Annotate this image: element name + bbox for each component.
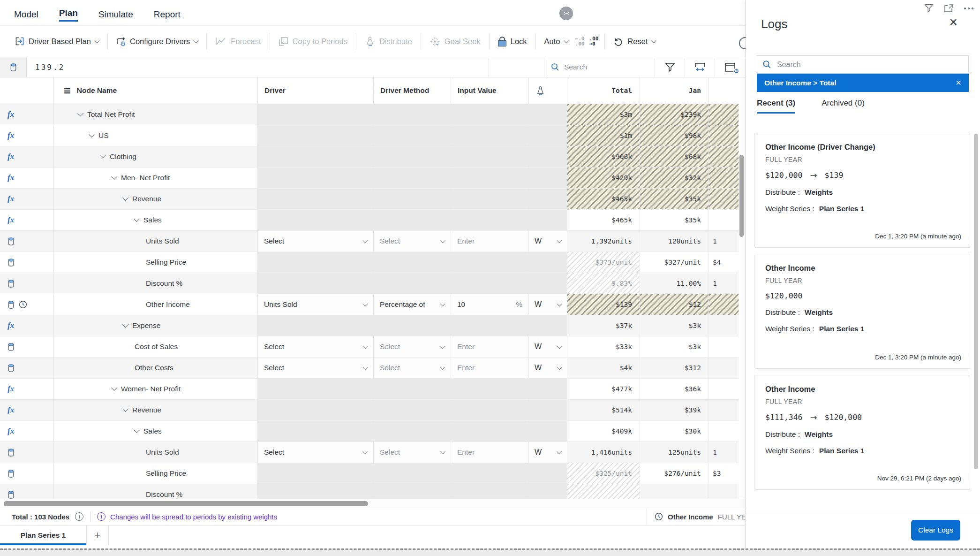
logs-search-input[interactable] bbox=[777, 61, 932, 69]
jan-cell[interactable]: 120units bbox=[640, 231, 709, 252]
table-row[interactable]: fx Units Sold Select Select Enter W 1,41… bbox=[0, 442, 739, 463]
node-name-cell[interactable]: US bbox=[54, 125, 258, 146]
extra-cell[interactable] bbox=[709, 336, 739, 358]
header-node-name[interactable]: ≡ Node Name bbox=[54, 77, 258, 104]
table-row[interactable]: fx Other Costs Select Select Enter W $4k… bbox=[0, 358, 739, 379]
extra-cell[interactable] bbox=[709, 379, 739, 400]
driver-cell[interactable]: Select bbox=[258, 336, 374, 358]
input-value-cell[interactable]: Enter bbox=[451, 358, 529, 379]
driver-cell[interactable] bbox=[258, 252, 374, 273]
driver-method-cell[interactable] bbox=[374, 146, 451, 168]
driver-method-cell[interactable]: Select bbox=[374, 358, 451, 379]
input-value-cell[interactable] bbox=[451, 168, 529, 189]
total-cell[interactable]: $465k bbox=[567, 210, 640, 231]
input-value-cell[interactable] bbox=[451, 421, 529, 442]
driver-cell[interactable]: Units Sold bbox=[258, 294, 374, 315]
driver-cell[interactable] bbox=[258, 273, 374, 294]
header-driver-method[interactable]: Driver Method bbox=[374, 77, 451, 104]
reset-button[interactable]: Reset bbox=[609, 34, 660, 49]
total-cell[interactable]: $477k bbox=[567, 379, 640, 400]
tree-caret-icon[interactable] bbox=[77, 110, 83, 116]
filter-funnel-icon[interactable] bbox=[924, 4, 934, 13]
driver-method-cell[interactable]: Select bbox=[374, 336, 451, 358]
distribute-button[interactable]: Distribute bbox=[360, 33, 417, 49]
tree-caret-icon[interactable] bbox=[134, 216, 140, 222]
input-value-cell[interactable] bbox=[451, 125, 529, 146]
jan-cell[interactable]: $32k bbox=[640, 168, 709, 189]
tab-recent[interactable]: Recent (3) bbox=[757, 99, 795, 114]
driver-method-cell[interactable] bbox=[374, 273, 451, 294]
tree-caret-icon[interactable] bbox=[134, 427, 140, 433]
driver-cell[interactable] bbox=[258, 168, 374, 189]
log-entry[interactable]: Other Income FULL YEAR $120,000 → Distri… bbox=[754, 254, 970, 369]
driver-method-cell[interactable] bbox=[374, 252, 451, 273]
table-row[interactable]: fx Units Sold Select Select Enter W 1,39… bbox=[0, 231, 739, 252]
table-row[interactable]: fx Cost of Sales Select Select Enter W $… bbox=[0, 336, 739, 358]
total-cell[interactable]: $514k bbox=[567, 400, 640, 421]
driver-method-cell[interactable] bbox=[374, 421, 451, 442]
extra-cell[interactable] bbox=[709, 146, 739, 168]
extra-cell[interactable]: $4 bbox=[709, 252, 739, 273]
node-name-cell[interactable]: Clothing bbox=[54, 146, 258, 168]
table-row[interactable]: fx Men- Net Profit $429k $32k bbox=[0, 168, 739, 189]
node-name-cell[interactable]: Sales bbox=[54, 421, 258, 442]
input-value-cell[interactable] bbox=[451, 315, 529, 336]
jan-cell[interactable]: 11.00% bbox=[640, 273, 709, 294]
total-cell[interactable]: $409k bbox=[567, 421, 640, 442]
driver-cell[interactable] bbox=[258, 315, 374, 336]
weight-cell[interactable] bbox=[529, 315, 567, 336]
weight-cell[interactable] bbox=[529, 421, 567, 442]
active-filter-chip[interactable]: Other Income > Total × bbox=[757, 74, 969, 92]
more-options-icon[interactable] bbox=[964, 8, 973, 9]
input-value-cell[interactable] bbox=[451, 379, 529, 400]
table-row[interactable]: fx Discount % 9.83% 11.00% 1 bbox=[0, 273, 739, 294]
weight-cell[interactable]: W bbox=[529, 442, 567, 463]
filter-button[interactable] bbox=[655, 57, 685, 77]
jan-cell[interactable]: $68k bbox=[640, 146, 709, 168]
tree-caret-icon[interactable] bbox=[122, 195, 128, 201]
table-horizontal-scrollbar[interactable] bbox=[0, 499, 745, 508]
lock-button[interactable]: Lock bbox=[493, 34, 532, 49]
total-cell[interactable]: $429k bbox=[567, 168, 640, 189]
total-cell[interactable]: $3m bbox=[567, 104, 640, 125]
jan-cell[interactable]: $36k bbox=[640, 379, 709, 400]
table-row[interactable]: fx Women- Net Profit $477k $36k bbox=[0, 379, 739, 400]
jan-cell[interactable]: 125units bbox=[640, 442, 709, 463]
driver-cell[interactable] bbox=[258, 210, 374, 231]
input-value-cell[interactable] bbox=[451, 104, 529, 125]
weight-cell[interactable] bbox=[529, 252, 567, 273]
table-vertical-scrollbar[interactable] bbox=[739, 155, 744, 237]
total-cell[interactable]: $37k bbox=[567, 315, 640, 336]
extra-cell[interactable]: 1 bbox=[709, 273, 739, 294]
info-icon[interactable]: i bbox=[75, 512, 83, 521]
extra-cell[interactable] bbox=[709, 189, 739, 210]
driver-method-cell[interactable] bbox=[374, 168, 451, 189]
node-name-cell[interactable]: Units Sold bbox=[54, 442, 258, 463]
total-cell[interactable]: $4k bbox=[567, 358, 640, 379]
decrease-decimals-button[interactable]: ←.0 .00 bbox=[575, 36, 585, 46]
extra-cell[interactable] bbox=[709, 168, 739, 189]
remove-filter-icon[interactable]: × bbox=[956, 77, 961, 88]
table-row[interactable]: fx Sales $465k $35k bbox=[0, 210, 739, 231]
jan-cell[interactable]: $312 bbox=[640, 358, 709, 379]
tab-archived[interactable]: Archived (0) bbox=[822, 99, 865, 114]
input-value-cell[interactable]: Enter bbox=[451, 231, 529, 252]
logs-scrollbar[interactable] bbox=[974, 134, 978, 469]
jan-cell[interactable]: $3k bbox=[640, 315, 709, 336]
menu-model[interactable]: Model bbox=[14, 9, 38, 22]
log-entry[interactable]: Other Income (Driver Change) FULL YEAR $… bbox=[754, 133, 970, 248]
clear-logs-button[interactable]: Clear Logs bbox=[911, 520, 960, 541]
extra-cell[interactable] bbox=[709, 421, 739, 442]
table-search-input[interactable] bbox=[564, 63, 634, 71]
table-search-field[interactable] bbox=[544, 57, 655, 77]
table-row[interactable]: fx Discount % bbox=[0, 484, 739, 499]
driver-cell[interactable] bbox=[258, 421, 374, 442]
driver-method-cell[interactable]: Select bbox=[374, 231, 451, 252]
scrollbar-thumb[interactable] bbox=[4, 501, 368, 506]
table-row[interactable]: fx US $1m $98k bbox=[0, 125, 739, 146]
weight-cell[interactable] bbox=[529, 400, 567, 421]
node-name-cell[interactable]: Sales bbox=[54, 210, 258, 231]
input-value-cell[interactable] bbox=[451, 400, 529, 421]
node-name-cell[interactable]: Units Sold bbox=[54, 231, 258, 252]
total-cell[interactable]: $906k bbox=[567, 146, 640, 168]
